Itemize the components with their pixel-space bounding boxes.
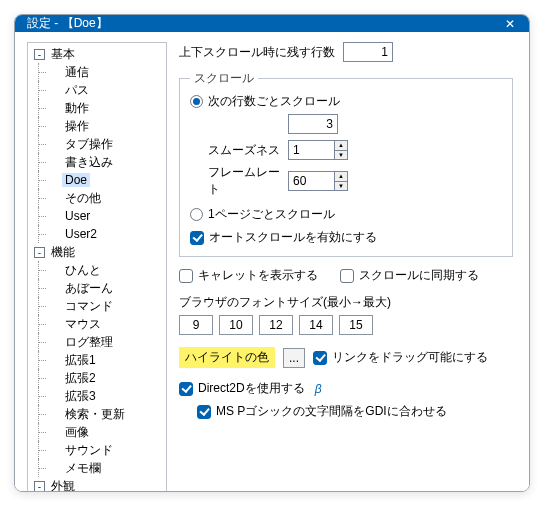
font-sizes-row: 910121415: [179, 315, 513, 335]
scroll-group: スクロール 次の行数ごとスクロール スムーズネス: [179, 70, 513, 257]
link-drag-label: リンクをドラッグ可能にする: [332, 349, 488, 366]
tree-item[interactable]: 通信: [48, 63, 92, 81]
tree-item[interactable]: ひんと: [48, 261, 104, 279]
tree-item-label: 書き込み: [62, 154, 116, 171]
smoothness-label: スムーズネス: [208, 142, 280, 159]
radio-icon: [190, 95, 203, 108]
framerate-input[interactable]: [288, 171, 334, 191]
window-title: 設定 - 【Doe】: [27, 15, 108, 32]
tree-item-label: User: [62, 209, 93, 223]
tree-item[interactable]: 検索・更新: [48, 405, 128, 423]
tree-group-label: 基本: [48, 46, 78, 63]
tree-item[interactable]: コマンド: [48, 297, 116, 315]
checkbox-icon: [190, 231, 204, 245]
color-picker-button[interactable]: ...: [283, 348, 305, 368]
auto-scroll-label: オートスクロールを有効にする: [209, 229, 377, 246]
tree-item[interactable]: 書き込み: [48, 153, 116, 171]
tree-item-label: 通信: [62, 64, 92, 81]
scroll-group-legend: スクロール: [190, 70, 258, 87]
gdi-spacing-checkbox[interactable]: MS Pゴシックの文字間隔をGDIに合わせる: [197, 403, 447, 420]
scroll-lines-input[interactable]: [288, 114, 338, 134]
tree-item-label: User2: [62, 227, 100, 241]
spinner-down-icon[interactable]: ▼: [334, 181, 348, 192]
beta-badge: β: [315, 382, 322, 396]
show-caret-label: キャレットを表示する: [198, 267, 318, 284]
direct2d-checkbox[interactable]: Direct2Dを使用する: [179, 380, 305, 397]
tree-item-label: メモ欄: [62, 460, 104, 477]
tree-item-label: コマンド: [62, 298, 116, 315]
tree-group[interactable]: -機能: [34, 243, 78, 261]
tree-item-label: 動作: [62, 100, 92, 117]
collapse-icon[interactable]: -: [34, 481, 45, 492]
scroll-keep-label: 上下スクロール時に残す行数: [179, 44, 335, 61]
collapse-icon[interactable]: -: [34, 49, 45, 60]
tree-item-label: ひんと: [62, 262, 104, 279]
tree-item[interactable]: 画像: [48, 423, 92, 441]
tree-item[interactable]: サウンド: [48, 441, 116, 459]
tree-item[interactable]: あぼーん: [48, 279, 116, 297]
tree-item-label: その他: [62, 190, 104, 207]
tree-item[interactable]: タブ操作: [48, 135, 116, 153]
tree-group[interactable]: -基本: [34, 45, 78, 63]
font-sizes-label: ブラウザのフォントサイズ(最小→最大): [179, 294, 513, 311]
spinner-up-icon[interactable]: ▲: [334, 140, 348, 150]
tree-item-label: 画像: [62, 424, 92, 441]
checkbox-icon: [197, 405, 211, 419]
tree-group-label: 機能: [48, 244, 78, 261]
tree-item[interactable]: 拡張1: [48, 351, 99, 369]
checkbox-icon: [313, 351, 327, 365]
link-drag-checkbox[interactable]: リンクをドラッグ可能にする: [313, 349, 488, 366]
tree-item-label: 拡張3: [62, 388, 99, 405]
tree-item[interactable]: User: [48, 207, 93, 225]
font-size-input[interactable]: 9: [179, 315, 213, 335]
tree-item-label: 拡張1: [62, 352, 99, 369]
tree-item-label: Doe: [62, 173, 90, 187]
tree-item[interactable]: 操作: [48, 117, 92, 135]
framerate-spinner[interactable]: ▲▼: [288, 171, 348, 191]
scroll-keep-input[interactable]: [343, 42, 393, 62]
tree-item-label: 検索・更新: [62, 406, 128, 423]
tree-item-label: サウンド: [62, 442, 116, 459]
tree-item-label: パス: [62, 82, 92, 99]
checkbox-icon: [179, 382, 193, 396]
radio-icon: [190, 208, 203, 221]
settings-panel: 上下スクロール時に残す行数 スクロール 次の行数ごとスクロール: [175, 42, 517, 492]
tree-item-label: 拡張2: [62, 370, 99, 387]
category-tree[interactable]: -基本通信パス動作操作タブ操作書き込みDoeその他UserUser2-機能ひんと…: [27, 42, 167, 492]
font-size-input[interactable]: 15: [339, 315, 373, 335]
scroll-by-lines-radio[interactable]: 次の行数ごとスクロール: [190, 93, 340, 110]
collapse-icon[interactable]: -: [34, 247, 45, 258]
spinner-down-icon[interactable]: ▼: [334, 150, 348, 161]
font-size-input[interactable]: 12: [259, 315, 293, 335]
tree-item[interactable]: User2: [48, 225, 100, 243]
auto-scroll-checkbox[interactable]: オートスクロールを有効にする: [190, 229, 377, 246]
tree-item[interactable]: その他: [48, 189, 104, 207]
smoothness-spinner[interactable]: ▲▼: [288, 140, 348, 160]
sync-scroll-checkbox[interactable]: スクロールに同期する: [340, 267, 479, 284]
checkbox-icon: [179, 269, 193, 283]
tree-item[interactable]: 拡張2: [48, 369, 99, 387]
smoothness-input[interactable]: [288, 140, 334, 160]
font-size-input[interactable]: 14: [299, 315, 333, 335]
tree-item[interactable]: マウス: [48, 315, 104, 333]
gdi-spacing-label: MS Pゴシックの文字間隔をGDIに合わせる: [216, 403, 447, 420]
spinner-up-icon[interactable]: ▲: [334, 171, 348, 181]
direct2d-label: Direct2Dを使用する: [198, 380, 305, 397]
settings-dialog: 設定 - 【Doe】 ✕ -基本通信パス動作操作タブ操作書き込みDoeその他Us…: [14, 14, 530, 492]
scroll-by-page-radio[interactable]: 1ページごとスクロール: [190, 206, 335, 223]
tree-item[interactable]: 拡張3: [48, 387, 99, 405]
highlight-color-label: ハイライトの色: [179, 347, 275, 368]
tree-item[interactable]: パス: [48, 81, 92, 99]
close-icon[interactable]: ✕: [501, 17, 519, 31]
tree-item[interactable]: 動作: [48, 99, 92, 117]
font-size-input[interactable]: 10: [219, 315, 253, 335]
tree-group[interactable]: -外観: [34, 477, 78, 492]
tree-item-label: マウス: [62, 316, 104, 333]
checkbox-icon: [340, 269, 354, 283]
sync-scroll-label: スクロールに同期する: [359, 267, 479, 284]
show-caret-checkbox[interactable]: キャレットを表示する: [179, 267, 318, 284]
framerate-label: フレームレート: [208, 164, 280, 198]
tree-item[interactable]: Doe: [48, 171, 90, 189]
tree-item[interactable]: ログ整理: [48, 333, 116, 351]
tree-item[interactable]: メモ欄: [48, 459, 104, 477]
